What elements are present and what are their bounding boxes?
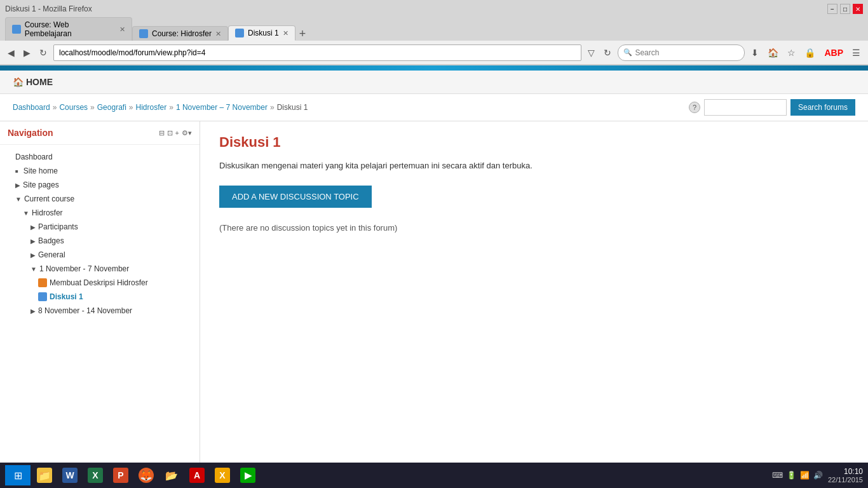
restore-button[interactable]: □ xyxy=(840,4,850,14)
arrow-right-icon: ▶ xyxy=(31,224,36,231)
taskbar-acrobat[interactable]: A xyxy=(186,465,208,485)
bookmark-button[interactable]: ▽ xyxy=(585,46,597,59)
taskbar-firefox[interactable]: 🦊 xyxy=(135,465,158,485)
taskbar: ⊞ 📁 W X P 🦊 📂 A X ▶ ⌨ xyxy=(0,463,868,488)
refresh-button[interactable]: ↻ xyxy=(37,46,50,59)
sidebar-item-1-november[interactable]: ▼ 1 November - 7 November xyxy=(0,262,200,276)
time-display[interactable]: 10:10 22/11/2015 xyxy=(828,467,863,484)
breadcrumb-sep: » xyxy=(169,103,173,112)
sidebar-gear-btn[interactable]: ⚙▾ xyxy=(182,129,192,137)
breadcrumb-november[interactable]: 1 November – 7 November xyxy=(176,103,268,112)
taskbar-folder[interactable]: 📂 xyxy=(160,465,183,485)
address-bar[interactable] xyxy=(53,44,581,61)
sidebar-item-label: Badges xyxy=(38,236,64,245)
search-forums-input[interactable] xyxy=(704,99,787,116)
sidebar-item-label: Hidrosfer xyxy=(32,208,63,217)
sidebar-item-badges[interactable]: ▶ Badges xyxy=(0,234,200,248)
keyboard-icon: ⌨ xyxy=(772,471,783,480)
sidebar-item-current-course[interactable]: ▼ Current course xyxy=(0,192,200,206)
breadcrumb-courses[interactable]: Courses xyxy=(59,103,88,112)
home-bar: 🏠 HOME xyxy=(0,71,868,94)
volume-icon: 🔊 xyxy=(813,471,823,480)
sidebar-minimize-btn[interactable]: ⊟ xyxy=(159,129,165,137)
arrow-right-icon: ▶ xyxy=(15,182,20,189)
content-area: Diskusi 1 Diskusikan mengenai materi yan… xyxy=(200,121,868,477)
breadcrumb-hidrosfer[interactable]: Hidrosfer xyxy=(136,103,167,112)
search-icon: 🔍 xyxy=(623,48,632,57)
sidebar-item-membuat-deskripsi[interactable]: Membuat Deskripsi Hidrosfer xyxy=(0,276,200,290)
tab-label: Course: Hidrosfer xyxy=(152,29,212,38)
sidebar-item-general[interactable]: ▶ General xyxy=(0,248,200,262)
home-icon: 🏠 xyxy=(13,77,24,87)
add-topic-button[interactable]: ADD A NEW DISCUSSION TOPIC xyxy=(219,186,372,208)
adblock-button[interactable]: ABP xyxy=(822,46,846,59)
breadcrumb-sep: » xyxy=(270,103,275,112)
taskbar-xampp[interactable]: X xyxy=(211,465,234,485)
sidebar-item-label: 1 November - 7 November xyxy=(39,264,129,273)
sidebar-item-8-november[interactable]: ▶ 8 November - 14 November xyxy=(0,304,200,318)
sidebar-item-site-pages[interactable]: ▶ Site pages xyxy=(0,178,200,192)
sidebar-item-site-home[interactable]: ■ Site home xyxy=(0,164,200,178)
sidebar-expand-btn[interactable]: ⊡ xyxy=(167,129,173,137)
new-tab-button[interactable]: + xyxy=(295,27,310,41)
taskbar-media[interactable]: ▶ xyxy=(236,465,259,485)
tab-label: Course: Web Pembelajaran xyxy=(25,20,116,38)
network-icon: 📶 xyxy=(800,471,810,480)
download-button[interactable]: ⬇ xyxy=(749,46,761,59)
sidebar-item-label: Current course xyxy=(24,194,74,203)
powerpoint-icon: P xyxy=(113,468,128,483)
breadcrumb-dashboard[interactable]: Dashboard xyxy=(13,103,50,112)
home-link[interactable]: 🏠 HOME xyxy=(13,77,855,87)
home-nav-button[interactable]: 🏠 xyxy=(765,46,781,59)
taskbar-file-explorer[interactable]: 📁 xyxy=(33,465,56,485)
dashboard-label: Dashboard xyxy=(15,152,53,161)
menu-button[interactable]: ☰ xyxy=(850,46,863,59)
sidebar-add-btn[interactable]: + xyxy=(175,129,179,137)
media-icon: ▶ xyxy=(240,468,255,483)
sidebar-item-label: Participants xyxy=(38,222,78,231)
sidebar-item-label: Site pages xyxy=(23,180,59,189)
sidebar-header: Navigation ⊟ ⊡ + ⚙▾ xyxy=(0,121,200,145)
refresh-btn2[interactable]: ↻ xyxy=(601,46,614,59)
accent-bar xyxy=(0,65,868,71)
back-button[interactable]: ◀ xyxy=(5,46,17,59)
arrow-right-icon: ▶ xyxy=(31,308,36,315)
lock-button[interactable]: 🔒 xyxy=(802,46,818,59)
taskbar-powerpoint[interactable]: P xyxy=(109,465,132,485)
forum-icon xyxy=(38,292,47,301)
no-topics-text: (There are no discussion topics yet in t… xyxy=(219,223,849,233)
forward-button[interactable]: ▶ xyxy=(21,46,33,59)
date: 22/11/2015 xyxy=(828,476,863,484)
bullet-icon: ■ xyxy=(15,168,18,174)
tab-favicon xyxy=(139,29,148,38)
tab-hidrosfer[interactable]: Course: Hidrosfer ✕ xyxy=(132,26,228,41)
taskbar-excel[interactable]: X xyxy=(84,465,107,485)
tab-label: Diskusi 1 xyxy=(248,29,279,37)
star-button[interactable]: ☆ xyxy=(785,46,798,59)
search-forums-button[interactable]: Search forums xyxy=(790,99,855,116)
tab-web-pembelajaran[interactable]: Course: Web Pembelajaran ✕ xyxy=(5,17,132,41)
tab-close-icon[interactable]: ✕ xyxy=(119,25,125,34)
word-icon: W xyxy=(62,468,78,483)
tab-close-icon[interactable]: ✕ xyxy=(283,29,288,37)
breadcrumb-geografi[interactable]: Geografi xyxy=(97,103,126,112)
doc-icon xyxy=(38,278,47,287)
excel-icon: X xyxy=(88,468,103,483)
taskbar-word[interactable]: W xyxy=(58,465,81,485)
sidebar-item-participants[interactable]: ▶ Participants xyxy=(0,220,200,234)
breadcrumb-sep: » xyxy=(53,103,57,112)
arrow-right-icon: ▶ xyxy=(31,238,36,245)
sidebar-item-diskusi1[interactable]: Diskusi 1 xyxy=(0,290,200,304)
sidebar-item-label: Membuat Deskripsi Hidrosfer xyxy=(50,278,148,287)
minimize-button[interactable]: − xyxy=(827,4,837,14)
start-button[interactable]: ⊞ xyxy=(5,465,31,485)
arrow-right-icon: ▶ xyxy=(31,252,36,259)
diskusi1-link[interactable]: Diskusi 1 xyxy=(50,292,83,301)
close-button[interactable]: ✕ xyxy=(853,4,863,14)
tab-close-icon[interactable]: ✕ xyxy=(215,30,221,38)
help-icon[interactable]: ? xyxy=(689,102,700,113)
tab-diskusi1[interactable]: Diskusi 1 ✕ xyxy=(228,25,295,41)
browser-search-input[interactable] xyxy=(635,48,730,57)
arrow-down-icon: ▼ xyxy=(23,210,29,217)
sidebar-item-hidrosfer[interactable]: ▼ Hidrosfer xyxy=(0,206,200,220)
